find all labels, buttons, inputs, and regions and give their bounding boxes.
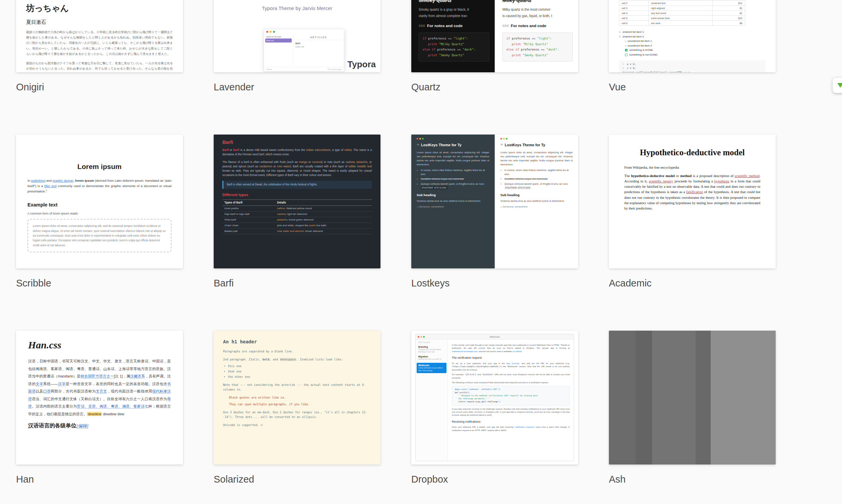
- maximize-icon: [422, 138, 424, 140]
- preview-subheading: Example text: [28, 202, 172, 208]
- h3-heading: ###For notes and code: [503, 24, 573, 28]
- theme-name-onigiri[interactable]: Onigiri: [16, 82, 183, 93]
- h3-heading: ###For notes and code: [419, 24, 489, 28]
- link: 文字: [35, 382, 43, 386]
- theme-name-academic[interactable]: Academic: [609, 278, 776, 289]
- preview-heading: Lorem ipsum: [28, 163, 172, 171]
- theme-card-onigiri[interactable]: 坊っちゃん 夏目漱石 親譲りの無鉄砲で小供の時から損ばかりしている。小学校に居る…: [16, 0, 183, 72]
- theme-name-scribble[interactable]: Scribble: [16, 278, 183, 289]
- inline-code: monospace: [280, 358, 296, 361]
- theme-name-barfi[interactable]: Barfi: [214, 278, 381, 289]
- citation: —Someone, somewhere: [501, 205, 573, 208]
- link: cashew: [277, 213, 286, 216]
- gallery-cell-academic: Hypothetico-deductive model From Wikiped…: [609, 134, 776, 331]
- window-sidebar: ARTICLES Branding Guidelines for using D…: [416, 339, 448, 461]
- citation: —Someone, somewhere: [417, 205, 489, 208]
- close-icon: [501, 138, 502, 140]
- theme-card-lavender[interactable]: Typora Theme by Jarvis Mercer 2019-04-16…: [214, 0, 381, 72]
- theme-name-lavender[interactable]: Lavender: [214, 82, 381, 93]
- code-block: @app.route('/webhook', methods=['GET']) …: [452, 386, 570, 405]
- link: cashew: [346, 161, 355, 164]
- link: rose water and almond: [277, 230, 303, 233]
- preview-paragraph: 親譲りの無鉄砲で小供の時から損ばかりしている。小学校に居る時分学校の二階から飛び…: [26, 30, 173, 57]
- theme-name-dropbox[interactable]: Dropbox: [411, 474, 578, 485]
- theme-card-scribble[interactable]: Lorem ipsum In publishing and graphic de…: [16, 134, 183, 268]
- theme-card-academic[interactable]: Hypothetico-deductive model From Wikiped…: [609, 134, 776, 268]
- link: sushi: [309, 224, 315, 227]
- edit-link: [编辑]: [76, 424, 88, 429]
- theme-card-quartz[interactable]: Smoky quartz Smoky quartz is a gray or b…: [411, 0, 578, 72]
- preview-table: Types of BarfiDetails Keari pedhasaffron…: [222, 199, 372, 234]
- window-title: Webhooks: [416, 336, 574, 338]
- solarized-preview: An h1 header Paragraphs are separated by…: [214, 331, 381, 465]
- preview-heading: LostKeys Theme for Ty: [505, 143, 545, 147]
- theme-name-han[interactable]: Han: [16, 474, 183, 485]
- link: mdwebhook.herokuapp.com: [452, 350, 478, 353]
- barfi-preview: Barfi Barfi or burfi is a dense milk bas…: [214, 134, 381, 268]
- preview-list: In cursus, lorem vitae finibus maximus, …: [501, 168, 573, 190]
- theme-card-dropbox[interactable]: Webhooks ARTICLES Branding Guidelines fo…: [411, 331, 578, 465]
- gallery-cell-vue: cell 1some wordy text$1600 cell 2centere…: [609, 0, 776, 134]
- preview-paragraph: Barfi or burfi is a dense milk based swe…: [222, 148, 372, 157]
- gray-band: [696, 331, 711, 465]
- blockquote: Lorem ipsum dolor sit amet, consectetur …: [28, 219, 172, 252]
- gallery-cell-solarized: An h1 header Paragraphs are separated by…: [214, 331, 381, 504]
- inline-code: eleifend ultricies: [504, 186, 531, 190]
- window-titlebar: Webhooks: [416, 334, 574, 339]
- floating-widget-button[interactable]: [832, 78, 842, 93]
- preview-subheading: The verification request: [452, 356, 570, 360]
- window-statusbar: theme 32 minutes ago: [264, 67, 344, 71]
- preview-heading: Barfi: [222, 140, 372, 145]
- callout: Barfi is often served at Diwali, the cel…: [222, 181, 372, 189]
- link: on GitHub: [512, 350, 522, 353]
- typora-logo: Typora: [347, 59, 376, 70]
- theme-card-han[interactable]: Han.css 汉语，日称中国语，书写又可称汉文、中文、华文、唐文，语言又称唐话…: [16, 331, 183, 465]
- article-item: Barfi: [295, 42, 342, 44]
- gallery-cell-lavender: Typora Theme by Jarvis Mercer 2019-04-16…: [214, 0, 381, 134]
- gallery-cell-ash: Ash: [609, 331, 776, 504]
- statusbar-right: 32 minutes ago: [328, 68, 341, 70]
- sidebar-file-item: 2019-04-16 barfi: [265, 35, 292, 38]
- preview-title: 坊っちゃん: [26, 3, 173, 14]
- inline-code: POST: [480, 429, 487, 431]
- checkbox-unchecked-icon: [625, 54, 628, 56]
- theme-name-vue[interactable]: Vue: [609, 82, 776, 93]
- link: cardamom: [259, 165, 272, 168]
- preview-table: cell 1some wordy text$1600 cell 2centere…: [619, 0, 745, 26]
- link: falsification: [686, 190, 703, 194]
- link: rose water: [277, 165, 290, 168]
- link: mithai: [344, 149, 352, 151]
- theme-name-lostkeys[interactable]: Lostkeys: [411, 278, 578, 289]
- vue-preview: cell 1some wordy text$1600 cell 2centere…: [609, 0, 776, 72]
- theme-gallery-grid: 坊っちゃん 夏目漱石 親譲りの無鉄砲で小供の時から損ばかりしている。小学校に居る…: [16, 0, 776, 504]
- minimize-icon: [503, 138, 505, 140]
- maximize-icon: [506, 138, 507, 140]
- link: mango: [299, 161, 307, 164]
- theme-name-quartz[interactable]: Quartz: [411, 82, 578, 93]
- preview-paragraph: In publishing and graphic design, lorem …: [28, 178, 172, 194]
- theme-card-lostkeys[interactable]: ❝LostKeys Theme for Ty Lorem ipsum dolor…: [411, 134, 578, 268]
- quote-icon: ❝: [417, 143, 419, 148]
- code-block: 1a = b; 2i = 0; document.getElementById(…: [619, 60, 766, 72]
- theme-card-vue[interactable]: cell 1some wordy text$1600 cell 2centere…: [609, 0, 776, 72]
- theme-card-ash[interactable]: [609, 331, 776, 465]
- preview-list: 1.ordered list item 1 2.ordered list ite…: [619, 30, 766, 57]
- link: edible metallic leaf: [348, 165, 372, 168]
- window-body: 2019-04-16 barfi Dark col ARTICLES Barfi…: [264, 34, 344, 65]
- sidebar-item: Branding Guidelines for using Dropbox br…: [418, 346, 445, 353]
- inline-code: localhost: [481, 374, 493, 376]
- theme-card-barfi[interactable]: Barfi Barfi or burfi is a dense milk bas…: [214, 134, 381, 268]
- gray-band: [652, 331, 695, 465]
- theme-name-solarized[interactable]: Solarized: [214, 474, 381, 485]
- gallery-cell-dropbox: Webhooks ARTICLES Branding Guidelines fo…: [411, 331, 578, 504]
- articles-heading: ARTICLES: [418, 341, 445, 343]
- quartz-preview: Smoky quartz Smoky quartz is a gray or b…: [411, 0, 578, 72]
- link: pistachio: [277, 218, 287, 221]
- lostkeys-preview: ❝LostKeys Theme for Ty Lorem ipsum dolor…: [411, 134, 578, 268]
- highlight: dewdew: [87, 412, 102, 416]
- minimize-icon: [269, 31, 271, 33]
- theme-card-solarized[interactable]: An h1 header Paragraphs are separated by…: [214, 331, 381, 465]
- link: 汉字: [58, 382, 66, 386]
- theme-name-ash[interactable]: Ash: [609, 474, 776, 485]
- traffic-lights: [264, 29, 344, 34]
